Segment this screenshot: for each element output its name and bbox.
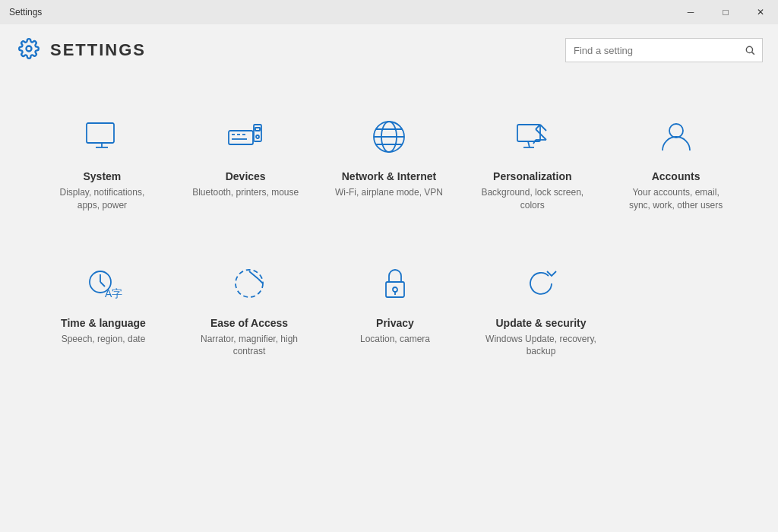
system-icon [77,112,126,161]
ease-name: Ease of Access [210,317,288,329]
settings-row-2: A字 Time & language Speech, region, date [30,238,748,377]
svg-point-0 [27,46,32,52]
svg-point-27 [669,124,683,138]
personalization-icon [508,112,557,161]
network-icon [365,112,413,161]
svg-point-32 [236,270,263,297]
svg-rect-6 [229,131,253,144]
setting-item-accounts[interactable]: Accounts Your accounts, email, sync, wor… [609,91,743,230]
svg-text:A字: A字 [105,287,122,299]
personalization-desc: Background, lock screen, colors [478,186,587,212]
settings-rows: System Display, notifications, apps, pow… [30,91,748,376]
minimize-button[interactable]: ─ [673,0,708,24]
setting-item-personalization[interactable]: Personalization Background, lock screen,… [466,91,599,230]
svg-line-23 [540,125,546,131]
setting-item-devices[interactable]: Devices Bluetooth, printers, mouse [179,91,312,230]
svg-line-20 [528,141,530,147]
update-desc: Windows Update, recovery, backup [480,333,602,359]
svg-line-34 [258,279,263,283]
close-button[interactable]: ✕ [743,0,778,24]
time-name: Time & language [61,317,146,329]
search-input[interactable] [566,45,738,56]
personalization-name: Personalization [493,170,571,182]
svg-line-2 [752,52,754,55]
header: SETTINGS [0,24,778,76]
svg-point-36 [393,287,397,292]
time-desc: Speech, region, date [62,333,146,346]
header-title: SETTINGS [50,40,146,60]
search-button[interactable] [738,38,762,62]
network-desc: Wi-Fi, airplane mode, VPN [335,186,443,199]
update-name: Update & security [495,317,586,329]
svg-rect-3 [87,123,114,143]
accounts-icon [652,112,701,161]
update-icon [517,259,565,308]
title-bar: Settings ─ □ ✕ [0,0,778,24]
accounts-name: Accounts [652,170,701,182]
svg-line-22 [536,129,546,140]
search-box[interactable] [565,38,763,62]
maximize-button[interactable]: □ [708,0,743,24]
svg-point-13 [256,135,259,138]
privacy-icon [371,259,419,308]
svg-point-1 [746,46,752,52]
title-bar-title: Settings [9,7,42,17]
devices-name: Devices [226,170,266,182]
svg-rect-12 [255,128,260,131]
devices-desc: Bluetooth, printers, mouse [192,186,299,199]
svg-line-30 [100,282,105,287]
setting-item-time[interactable]: A字 Time & language Speech, region, date [30,238,176,377]
network-name: Network & Internet [342,170,436,182]
system-name: System [83,170,121,182]
header-left: SETTINGS [18,38,146,62]
setting-item-privacy[interactable]: Privacy Location, camera [322,238,468,377]
settings-window: Settings ─ □ ✕ SETTINGS [0,0,778,532]
privacy-name: Privacy [376,317,414,329]
setting-item-network[interactable]: Network & Internet Wi-Fi, airplane mode,… [322,91,456,230]
system-desc: Display, notifications, apps, power [47,186,157,212]
settings-row-1: System Display, notifications, apps, pow… [30,91,748,230]
title-bar-controls: ─ □ ✕ [673,0,778,24]
ease-icon [225,259,274,308]
setting-item-update[interactable]: Update & security Windows Update, recove… [468,238,614,377]
time-icon: A字 [79,259,128,308]
privacy-desc: Location, camera [360,333,430,346]
accounts-desc: Your accounts, email, sync, work, other … [621,186,731,212]
setting-item-system[interactable]: System Display, notifications, apps, pow… [35,91,169,230]
content-area: System Display, notifications, apps, pow… [0,76,778,532]
gear-icon [18,38,40,62]
ease-desc: Narrator, magnifier, high contrast [188,333,310,359]
devices-icon [221,112,270,161]
title-bar-left: Settings [9,7,42,17]
setting-item-ease[interactable]: Ease of Access Narrator, magnifier, high… [176,238,322,377]
